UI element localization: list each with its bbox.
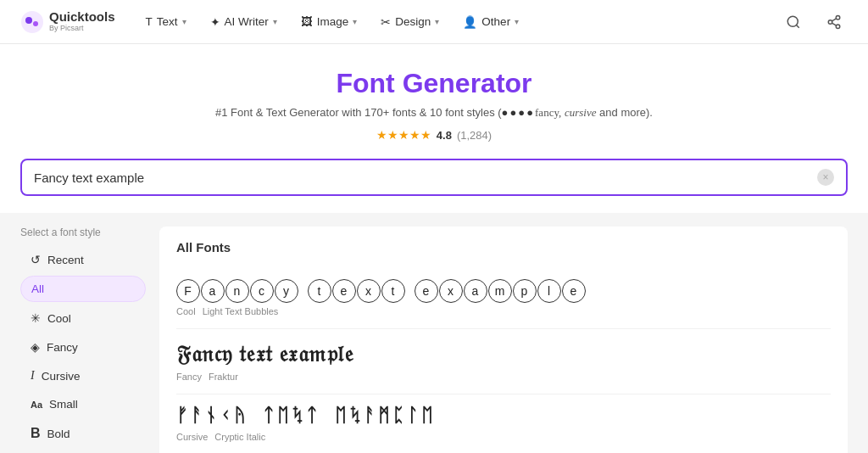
sidebar-fancy-label: Fancy bbox=[47, 341, 78, 354]
sidebar-item-recent[interactable]: ↺ Recent bbox=[20, 247, 146, 272]
subtitle-fancy: fancy, bbox=[535, 106, 561, 119]
nav-image-label: Image bbox=[317, 15, 349, 28]
sidebar-cool-label: Cool bbox=[47, 312, 71, 325]
font-tag: Light Text Bubbles bbox=[203, 306, 279, 316]
rating-score: 4.8 bbox=[437, 129, 452, 142]
sidebar-item-cool[interactable]: ✳ Cool bbox=[20, 305, 146, 331]
clear-button[interactable]: × bbox=[817, 169, 834, 186]
share-button[interactable] bbox=[821, 8, 848, 36]
logo[interactable]: Quicktools By Picsart bbox=[20, 10, 115, 34]
logo-text: Quicktools By Picsart bbox=[49, 10, 115, 32]
fancy-icon: ◈ bbox=[31, 340, 40, 354]
sidebar-bold-label: Bold bbox=[47, 428, 70, 440]
sidebar-small-label: Small bbox=[49, 398, 78, 411]
sidebar-item-bold[interactable]: B Bold bbox=[20, 420, 146, 447]
svg-point-5 bbox=[836, 15, 840, 20]
chevron-down-icon: ▾ bbox=[182, 17, 186, 26]
sidebar-item-cursive[interactable]: I Cursive bbox=[20, 363, 146, 389]
subtitle-text: #1 Font & Text Generator with 170+ fonts… bbox=[215, 106, 502, 119]
nav-items: T Text ▾ ✦ AI Writer ▾ 🖼 Image ▾ ✂ Desig… bbox=[136, 10, 773, 34]
font-tags-fraktur: Fancy Fraktur bbox=[176, 372, 831, 382]
nav-item-image[interactable]: 🖼 Image ▾ bbox=[291, 10, 368, 33]
rating-row: ★★★★★ 4.8 (1,284) bbox=[20, 128, 848, 142]
font-tag: Fancy bbox=[176, 372, 202, 382]
small-icon: Aa bbox=[31, 400, 42, 410]
fonts-panel-title: All Fonts bbox=[176, 240, 831, 254]
search-box: × bbox=[20, 159, 848, 196]
chevron-down-icon-2: ▾ bbox=[273, 17, 277, 26]
text-icon: T bbox=[146, 15, 153, 28]
nav-item-ai-writer[interactable]: ✦ AI Writer ▾ bbox=[200, 10, 287, 34]
svg-point-6 bbox=[828, 20, 832, 24]
font-item-bubbles[interactable]: Fancytextexample Cool Light Text Bubbles bbox=[176, 265, 831, 329]
nav-item-other[interactable]: 👤 Other ▾ bbox=[453, 10, 529, 34]
svg-point-3 bbox=[787, 16, 798, 26]
search-icon bbox=[786, 14, 801, 30]
page-title: Font Generator bbox=[20, 68, 848, 99]
search-input[interactable] bbox=[34, 171, 817, 185]
nav-icons bbox=[780, 8, 848, 36]
svg-line-9 bbox=[832, 18, 836, 20]
svg-line-8 bbox=[832, 23, 836, 25]
sidebar-item-small[interactable]: Aa Small bbox=[20, 392, 146, 417]
search-container: × bbox=[0, 159, 868, 213]
font-preview-bubbles: Fancytextexample bbox=[176, 277, 831, 303]
font-tag: Fraktur bbox=[209, 372, 238, 382]
svg-point-7 bbox=[836, 25, 840, 29]
cool-icon: ✳ bbox=[31, 311, 41, 325]
sidebar-recent-label: Recent bbox=[47, 254, 84, 266]
nav-item-design[interactable]: ✂ Design ▾ bbox=[370, 10, 449, 34]
font-preview-cryptic: ᚠᚨᚾᚲᚤ ᛏᛖᛪᛏ ᛖᛪᚨᛗᛈᛚᛖ bbox=[176, 406, 831, 428]
main-content: Select a font style ↺ Recent All ✳ Cool … bbox=[0, 213, 868, 453]
sidebar-all-label: All bbox=[31, 282, 44, 295]
cursive-icon: I bbox=[31, 369, 35, 383]
share-icon bbox=[826, 14, 842, 30]
other-icon: 👤 bbox=[463, 15, 477, 29]
nav-ai-label: AI Writer bbox=[225, 15, 269, 28]
image-icon: 🖼 bbox=[301, 15, 313, 28]
sidebar-item-all[interactable]: All bbox=[20, 276, 146, 302]
font-tags-cryptic: Cursive Cryptic Italic bbox=[176, 432, 831, 442]
sidebar-label: Select a font style bbox=[20, 226, 146, 238]
rating-count: (1,284) bbox=[457, 129, 492, 142]
nav-other-label: Other bbox=[481, 15, 510, 28]
bold-icon: B bbox=[31, 426, 41, 441]
sidebar-cursive-label: Cursive bbox=[42, 370, 81, 383]
font-tags-bubbles: Cool Light Text Bubbles bbox=[176, 306, 831, 316]
font-item-cryptic[interactable]: ᚠᚨᚾᚲᚤ ᛏᛖᛪᛏ ᛖᛪᚨᛗᛈᛚᛖ Cursive Cryptic Itali… bbox=[176, 394, 831, 453]
design-icon: ✂ bbox=[381, 15, 391, 29]
ai-icon: ✦ bbox=[210, 15, 220, 29]
sidebar-item-fancy[interactable]: ◈ Fancy bbox=[20, 334, 146, 360]
search-button[interactable] bbox=[780, 8, 807, 36]
fonts-panel: All Fonts Fancytextexample Cool Light Te… bbox=[159, 226, 848, 453]
subtitle-dots: ●●●● bbox=[502, 106, 535, 119]
sidebar: Select a font style ↺ Recent All ✳ Cool … bbox=[20, 226, 146, 453]
svg-point-2 bbox=[33, 21, 38, 26]
recent-icon: ↺ bbox=[31, 253, 41, 266]
chevron-down-icon-3: ▾ bbox=[353, 17, 357, 26]
nav-text-label: Text bbox=[157, 15, 178, 28]
chevron-down-icon-5: ▾ bbox=[515, 17, 519, 26]
font-tag: Cryptic Italic bbox=[214, 432, 265, 442]
font-preview-fraktur: 𝔉𝔞𝔫𝔠𝔶 𝔱𝔢𝔵𝔱 𝔢𝔵𝔞𝔪𝔭𝔩𝔢 bbox=[176, 341, 831, 367]
hero-section: Font Generator #1 Font & Text Generator … bbox=[0, 44, 868, 159]
svg-point-1 bbox=[25, 17, 32, 24]
hero-subtitle: #1 Font & Text Generator with 170+ fonts… bbox=[20, 106, 848, 120]
svg-point-0 bbox=[21, 11, 43, 33]
font-item-fraktur[interactable]: 𝔉𝔞𝔫𝔠𝔶 𝔱𝔢𝔵𝔱 𝔢𝔵𝔞𝔪𝔭𝔩𝔢 Fancy Fraktur bbox=[176, 329, 831, 394]
font-tag: Cool bbox=[176, 306, 196, 316]
nav-design-label: Design bbox=[395, 15, 431, 28]
svg-line-4 bbox=[796, 25, 798, 27]
font-tag: Cursive bbox=[176, 432, 208, 442]
chevron-down-icon-4: ▾ bbox=[435, 17, 439, 26]
star-icons: ★★★★★ bbox=[376, 128, 431, 142]
logo-name: Quicktools bbox=[49, 10, 115, 25]
nav-item-text[interactable]: T Text ▾ bbox=[136, 10, 197, 33]
subtitle-end: and more). bbox=[596, 106, 652, 119]
subtitle-cursive: cursive bbox=[565, 106, 597, 119]
logo-subname: By Picsart bbox=[49, 25, 115, 33]
logo-icon bbox=[20, 10, 44, 34]
navbar: Quicktools By Picsart T Text ▾ ✦ AI Writ… bbox=[0, 0, 868, 44]
